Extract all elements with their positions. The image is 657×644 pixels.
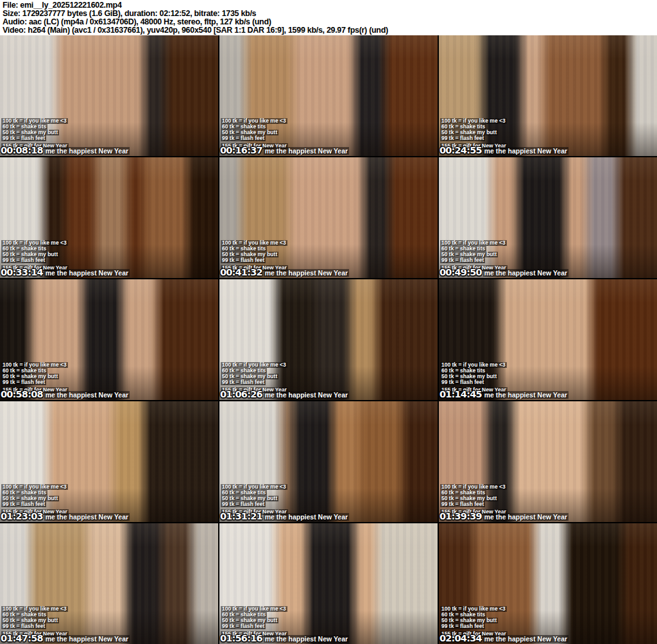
video-thumbnail: 100 tk = if you like me <360 tk = shake …	[0, 279, 218, 400]
video-thumbnail: 100 tk = if you like me <360 tk = shake …	[219, 401, 438, 522]
video-thumbnail: 100 tk = if you like me <360 tk = shake …	[0, 157, 218, 278]
tip-menu: 100 tk = if you like me <360 tk = shake …	[221, 118, 287, 141]
tip-menu: 100 tk = if you like me <360 tk = shake …	[221, 240, 287, 263]
tip-menu-line: 99 tk = flash feet	[1, 623, 46, 629]
tip-menu-line: 99 tk = flash feet	[440, 623, 485, 629]
timestamp-label: 00:49:50	[439, 268, 482, 277]
bottom-row: 00:49:50 me the happiest New Year	[439, 268, 568, 278]
timestamp-label: 01:56:16	[219, 634, 262, 643]
tip-menu-line: 99 tk = flash feet	[1, 501, 46, 507]
video-thumbnail: 100 tk = if you like me <360 tk = shake …	[439, 523, 657, 644]
banner-text: me the happiest New Year	[44, 147, 130, 155]
tip-menu: 100 tk = if you like me <360 tk = shake …	[440, 484, 507, 507]
tip-menu: 100 tk = if you like me <360 tk = shake …	[440, 240, 507, 263]
bottom-row: 01:56:16 me the happiest New Year	[219, 634, 349, 644]
tip-menu: 100 tk = if you like me <360 tk = shake …	[440, 606, 507, 629]
tip-menu-line: 99 tk = flash feet	[1, 135, 46, 141]
thumbnail-overlay: 100 tk = if you like me <360 tk = shake …	[219, 35, 438, 156]
bottom-row: 00:24:55 me the happiest New Year	[439, 146, 568, 156]
thumbnail-overlay: 100 tk = if you like me <360 tk = shake …	[0, 279, 218, 400]
thumbnail-overlay: 100 tk = if you like me <360 tk = shake …	[439, 523, 657, 644]
tip-menu: 100 tk = if you like me <360 tk = shake …	[221, 484, 287, 507]
video-thumbnail: 100 tk = if you like me <360 tk = shake …	[219, 523, 438, 644]
banner-text: me the happiest New Year	[264, 513, 349, 521]
thumbnail-overlay: 100 tk = if you like me <360 tk = shake …	[0, 523, 218, 644]
video-thumbnail: 100 tk = if you like me <360 tk = shake …	[219, 35, 438, 156]
video-thumbnail: 100 tk = if you like me <360 tk = shake …	[219, 279, 438, 400]
video-thumbnail: 100 tk = if you like me <360 tk = shake …	[439, 401, 657, 522]
bottom-row: 00:08:18 me the happiest New Year	[0, 146, 130, 156]
thumbnail-grid: 100 tk = if you like me <360 tk = shake …	[0, 35, 657, 644]
bottom-row: 01:47:58 me the happiest New Year	[0, 634, 130, 644]
tip-menu: 100 tk = if you like me <360 tk = shake …	[1, 362, 68, 385]
tip-menu: 100 tk = if you like me <360 tk = shake …	[440, 118, 507, 141]
thumbnail-overlay: 100 tk = if you like me <360 tk = shake …	[439, 401, 657, 522]
tip-menu-line: 99 tk = flash feet	[440, 135, 485, 141]
banner-text: me the happiest New Year	[44, 269, 130, 277]
thumbnail-overlay: 100 tk = if you like me <360 tk = shake …	[219, 157, 438, 278]
banner-text: me the happiest New Year	[264, 147, 349, 155]
banner-text: me the happiest New Year	[44, 391, 130, 399]
tip-menu-line: 99 tk = flash feet	[221, 135, 266, 141]
bottom-row: 01:14:45 me the happiest New Year	[439, 390, 568, 400]
bottom-row: 00:16:37 me the happiest New Year	[219, 146, 349, 156]
tip-menu-line: 99 tk = flash feet	[1, 379, 46, 385]
tip-menu: 100 tk = if you like me <360 tk = shake …	[1, 240, 68, 263]
banner-text: me the happiest New Year	[483, 391, 568, 399]
banner-text: me the happiest New Year	[264, 391, 349, 399]
timestamp-label: 00:33:14	[0, 268, 43, 277]
tip-menu-line: 99 tk = flash feet	[221, 257, 266, 263]
media-info-header: File: emi__ly_202512221602.mp4 Size: 172…	[0, 0, 657, 35]
timestamp-label: 00:41:32	[219, 268, 262, 277]
banner-text: me the happiest New Year	[483, 269, 568, 277]
thumbnail-overlay: 100 tk = if you like me <360 tk = shake …	[0, 35, 218, 156]
banner-text: me the happiest New Year	[483, 635, 568, 643]
bottom-row: 00:41:32 me the happiest New Year	[219, 268, 349, 278]
thumbnail-overlay: 100 tk = if you like me <360 tk = shake …	[219, 401, 438, 522]
video-thumbnail: 100 tk = if you like me <360 tk = shake …	[439, 279, 657, 400]
video-thumbnail: 100 tk = if you like me <360 tk = shake …	[439, 157, 657, 278]
thumbnail-overlay: 100 tk = if you like me <360 tk = shake …	[439, 157, 657, 278]
tip-menu: 100 tk = if you like me <360 tk = shake …	[1, 606, 68, 629]
bottom-row: 00:58:08 me the happiest New Year	[0, 390, 130, 400]
thumbnail-overlay: 100 tk = if you like me <360 tk = shake …	[219, 523, 438, 644]
tip-menu-line: 99 tk = flash feet	[221, 501, 266, 507]
tip-menu: 100 tk = if you like me <360 tk = shake …	[440, 362, 507, 385]
tip-menu-line: 99 tk = flash feet	[221, 379, 266, 385]
timestamp-label: 01:06:26	[219, 390, 262, 399]
bottom-row: 00:33:14 me the happiest New Year	[0, 268, 130, 278]
tip-menu-line: 99 tk = flash feet	[221, 623, 266, 629]
timestamp-label: 00:16:37	[219, 146, 262, 155]
banner-text: me the happiest New Year	[44, 513, 130, 521]
video-thumbnail: 100 tk = if you like me <360 tk = shake …	[0, 35, 218, 156]
tip-menu: 100 tk = if you like me <360 tk = shake …	[1, 118, 68, 141]
timestamp-label: 01:47:58	[0, 634, 43, 643]
banner-text: me the happiest New Year	[264, 635, 349, 643]
timestamp-label: 02:04:34	[439, 634, 482, 643]
banner-text: me the happiest New Year	[483, 147, 568, 155]
banner-text: me the happiest New Year	[483, 513, 568, 521]
timestamp-label: 00:08:18	[0, 146, 43, 155]
bottom-row: 01:23:03 me the happiest New Year	[0, 512, 130, 522]
bottom-row: 02:04:34 me the happiest New Year	[439, 634, 568, 644]
tip-menu: 100 tk = if you like me <360 tk = shake …	[221, 606, 287, 629]
timestamp-label: 00:24:55	[439, 146, 482, 155]
thumbnail-overlay: 100 tk = if you like me <360 tk = shake …	[439, 35, 657, 156]
banner-text: me the happiest New Year	[264, 269, 349, 277]
thumbnail-overlay: 100 tk = if you like me <360 tk = shake …	[219, 279, 438, 400]
timestamp-label: 01:14:45	[439, 390, 482, 399]
thumbnail-overlay: 100 tk = if you like me <360 tk = shake …	[0, 157, 218, 278]
timestamp-label: 01:31:21	[219, 512, 262, 521]
tip-menu-line: 99 tk = flash feet	[1, 257, 46, 263]
tip-menu: 100 tk = if you like me <360 tk = shake …	[221, 362, 287, 385]
bottom-row: 01:06:26 me the happiest New Year	[219, 390, 349, 400]
banner-text: me the happiest New Year	[44, 635, 130, 643]
video-thumbnail: 100 tk = if you like me <360 tk = shake …	[439, 35, 657, 156]
video-thumbnail: 100 tk = if you like me <360 tk = shake …	[0, 401, 218, 522]
timestamp-label: 00:58:08	[0, 390, 43, 399]
tip-menu-line: 99 tk = flash feet	[440, 379, 485, 385]
thumbnail-overlay: 100 tk = if you like me <360 tk = shake …	[0, 401, 218, 522]
tip-menu: 100 tk = if you like me <360 tk = shake …	[1, 484, 68, 507]
timestamp-label: 01:39:39	[439, 512, 482, 521]
video-contact-sheet: File: emi__ly_202512221602.mp4 Size: 172…	[0, 0, 657, 644]
